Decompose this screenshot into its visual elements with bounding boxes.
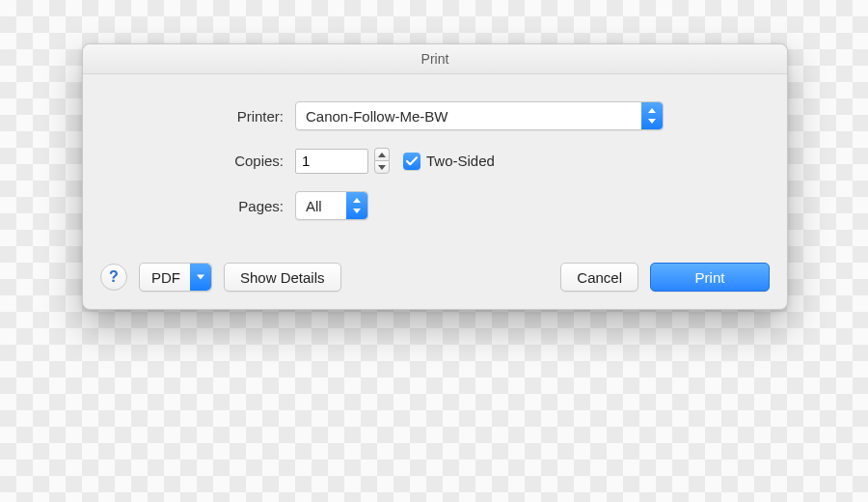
- dialog-body: Printer: Canon-Follow-Me-BW Copies:: [83, 74, 787, 255]
- cancel-button[interactable]: Cancel: [560, 263, 638, 292]
- printer-row: Printer: Canon-Follow-Me-BW: [110, 101, 760, 130]
- stepper-up-icon[interactable]: [374, 148, 390, 160]
- pages-value: All: [296, 198, 346, 214]
- two-sided-label: Two-Sided: [426, 153, 495, 169]
- dialog-footer: ? PDF Show Details Cancel Print: [83, 255, 787, 309]
- two-sided-checkbox[interactable]: [403, 153, 420, 170]
- copies-label: Copies:: [110, 153, 295, 169]
- stepper-down-icon[interactable]: [374, 160, 390, 174]
- copies-stepper[interactable]: [374, 148, 390, 174]
- printer-select[interactable]: Canon-Follow-Me-BW: [295, 101, 664, 130]
- cancel-label: Cancel: [577, 269, 622, 286]
- pages-label: Pages:: [110, 198, 295, 214]
- help-icon: ?: [109, 268, 119, 286]
- print-dialog: Print Printer: Canon-Follow-Me-BW Copies…: [82, 43, 788, 310]
- printer-value: Canon-Follow-Me-BW: [296, 108, 641, 125]
- printer-label: Printer:: [110, 108, 295, 125]
- pages-row: Pages: All: [110, 191, 760, 220]
- pdf-button[interactable]: PDF: [139, 263, 212, 292]
- pdf-label: PDF: [151, 269, 180, 286]
- chevron-down-icon: [190, 264, 211, 291]
- help-button[interactable]: ?: [100, 264, 127, 291]
- updown-icon: [641, 102, 663, 129]
- print-label: Print: [695, 269, 725, 286]
- dialog-title: Print: [421, 51, 449, 67]
- titlebar: Print: [83, 44, 787, 74]
- copies-input[interactable]: [295, 149, 368, 174]
- updown-icon: [346, 192, 367, 219]
- print-button[interactable]: Print: [650, 263, 770, 292]
- show-details-label: Show Details: [240, 269, 325, 286]
- checkmark-icon: [406, 156, 418, 166]
- pages-select[interactable]: All: [295, 191, 368, 220]
- copies-row: Copies: Two-Sided: [110, 148, 760, 174]
- background: Print Printer: Canon-Follow-Me-BW Copies…: [0, 0, 868, 502]
- show-details-button[interactable]: Show Details: [224, 263, 341, 292]
